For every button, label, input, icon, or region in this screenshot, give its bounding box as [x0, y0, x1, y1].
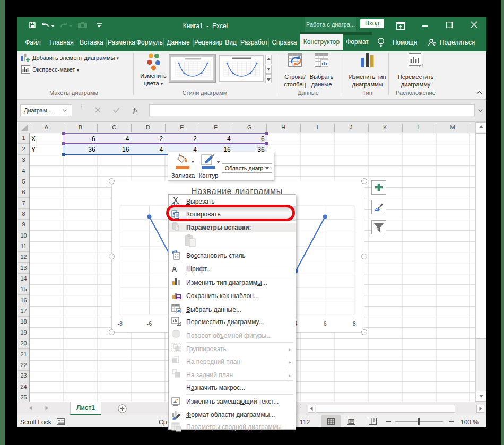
svg-text:6: 6	[324, 320, 327, 327]
svg-text:-6: -6	[147, 320, 152, 327]
svg-text:8: 8	[353, 320, 356, 327]
svg-text:-8: -8	[117, 320, 123, 327]
